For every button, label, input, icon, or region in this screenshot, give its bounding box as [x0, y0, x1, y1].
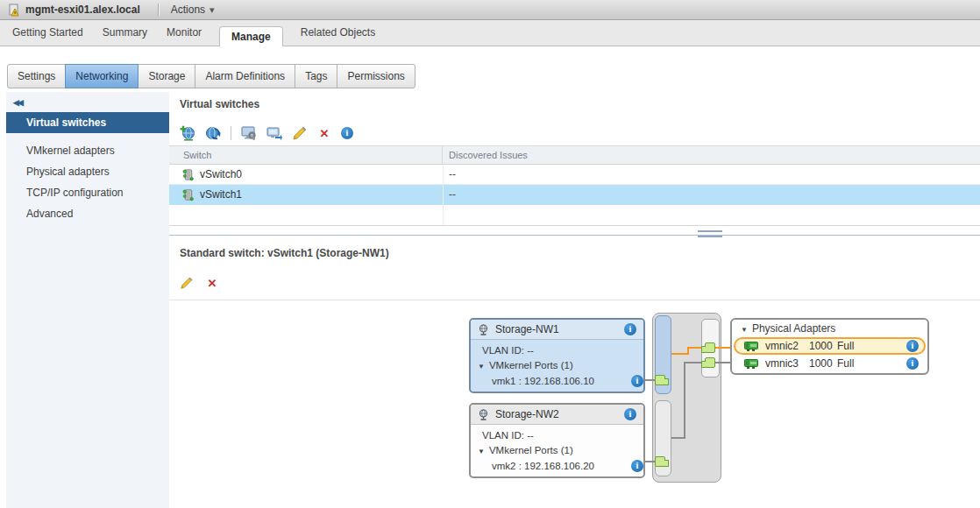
sidebar-list: Virtual switches VMkernel adapters Physi… — [6, 112, 169, 224]
virtual-switches-table: Switch Discovered Issues vSwitch0 -- — [169, 145, 980, 226]
physical-adapters-title: Physical Adapters — [752, 322, 835, 335]
sidebar-item-advanced[interactable]: Advanced — [6, 203, 169, 224]
portgroup-header: Storage-NW2 — [471, 405, 643, 425]
subtab-networking[interactable]: Networking — [65, 64, 138, 88]
vlan-id-label: VLAN ID: -- — [482, 430, 534, 441]
nic-name: vmnic3 — [765, 357, 809, 370]
nic-duplex: Full — [837, 357, 906, 370]
host-name: mgmt-esxi01.alex.local — [25, 4, 140, 16]
remove-icon[interactable] — [205, 276, 219, 290]
portgroup-storage-nw1[interactable]: Storage-NW1 VLAN ID: -- VMkernel Ports (… — [469, 318, 645, 393]
table-row-vswitch1[interactable]: vSwitch1 -- — [169, 185, 980, 205]
nic-info-icon[interactable] — [906, 340, 919, 352]
vmk-info-icon[interactable] — [631, 375, 643, 387]
chevron-down-icon — [209, 4, 215, 16]
host-warning-icon — [7, 4, 20, 17]
titlebar-divider — [158, 4, 159, 16]
vsphere-web-client: mgmt-esxi01.alex.local Actions Getting S… — [0, 0, 980, 508]
active-path-segment — [671, 353, 689, 355]
manage-physical-adapters-icon[interactable] — [241, 125, 257, 141]
tab-related-objects[interactable]: Related Objects — [299, 20, 377, 46]
vmk-info-icon[interactable] — [631, 460, 643, 472]
nic-info-icon[interactable] — [906, 357, 919, 370]
vmnic2-uplink-port-icon — [705, 342, 715, 353]
splitter-drag-handle[interactable] — [698, 230, 722, 241]
vlan-id-label: VLAN ID: -- — [482, 345, 534, 356]
tab-getting-started[interactable]: Getting Started — [11, 20, 85, 46]
vswitch-icon — [181, 188, 195, 201]
nic-speed: 1000 — [809, 340, 837, 352]
column-divider — [443, 165, 444, 225]
subtab-permissions[interactable]: Permissions — [337, 64, 415, 88]
vmkernel-ports-label: VMkernel Ports (1) — [489, 445, 573, 455]
portgroup-name: Storage-NW2 — [495, 408, 624, 420]
subtab-storage[interactable]: Storage — [138, 64, 195, 88]
tab-summary[interactable]: Summary — [101, 20, 149, 46]
remove-icon[interactable] — [317, 126, 331, 140]
portgroup-storage-nw2[interactable]: Storage-NW2 VLAN ID: -- VMkernel Ports (… — [469, 403, 645, 478]
toolbar-separator — [231, 126, 231, 140]
sidebar-item-tcpip-configuration[interactable]: TCP/IP configuration — [6, 182, 169, 203]
info-icon[interactable] — [341, 127, 353, 139]
portgroup2-connector — [644, 461, 655, 462]
nic-row-vmnic2[interactable]: vmnic2 1000 Full — [734, 337, 926, 355]
nic-duplex: Full — [837, 340, 906, 352]
portgroup-info-icon[interactable] — [624, 323, 636, 335]
actions-label: Actions — [171, 4, 205, 16]
refresh-network-icon[interactable] — [205, 125, 221, 141]
nic-row-vmnic3[interactable]: vmnic3 1000 Full — [734, 355, 926, 372]
toolbar-divider — [169, 300, 980, 300]
subtab-tags[interactable]: Tags — [295, 64, 337, 88]
sidebar-item-virtual-switches[interactable]: Virtual switches — [6, 112, 169, 133]
virtual-switches-title: Virtual switches — [180, 98, 259, 110]
actions-menu-button[interactable]: Actions — [167, 4, 218, 16]
physical-adapters-box: Physical Adapters vmnic2 1000 Full vmnic… — [730, 318, 929, 375]
standard-switch-toolbar — [180, 274, 219, 292]
edit-icon[interactable] — [292, 125, 308, 141]
column-header-switch[interactable]: Switch — [169, 146, 443, 164]
title-bar: mgmt-esxi01.alex.local Actions — [0, 0, 980, 20]
physical-adapters-header: Physical Adapters — [732, 320, 927, 337]
networking-sidebar: Virtual switches VMkernel adapters Physi… — [6, 92, 169, 508]
collapse-sidebar-icon[interactable] — [13, 95, 31, 108]
expander-icon[interactable] — [478, 445, 485, 455]
vmkernel-ports-label: VMkernel Ports (1) — [489, 360, 573, 370]
manage-subtabs-row: Settings Networking Storage Alarm Defini… — [0, 46, 980, 92]
vmk-adapter-label: vmk1 : 192.168.106.10 — [492, 376, 631, 386]
edit-icon[interactable] — [180, 276, 194, 290]
standard-switch-title: Standard switch: vSwitch1 (Storage-NW1) — [180, 247, 389, 259]
migrate-vmkernel-icon[interactable] — [266, 125, 282, 141]
table-row-vswitch0[interactable]: vSwitch0 -- — [169, 165, 980, 185]
column-header-discovered-issues[interactable]: Discovered Issues — [443, 146, 980, 164]
vmk-adapter-label: vmk2 : 192.168.106.20 — [492, 461, 631, 471]
switch-name: vSwitch1 — [200, 188, 242, 201]
portgroup1-connector — [644, 379, 655, 381]
portgroup-info-icon[interactable] — [624, 408, 636, 420]
tab-manage[interactable]: Manage — [219, 26, 283, 46]
expander-icon[interactable] — [741, 322, 748, 335]
subtab-alarm-definitions[interactable]: Alarm Definitions — [195, 64, 295, 88]
vmk1-port-icon — [655, 375, 665, 385]
sidebar-item-physical-adapters[interactable]: Physical adapters — [6, 161, 169, 182]
sidebar-item-vmkernel-adapters[interactable]: VMkernel adapters — [6, 140, 169, 161]
portgroup-icon — [478, 409, 489, 420]
portgroup-icon — [478, 324, 489, 335]
vmk2-port-icon — [655, 456, 665, 467]
tab-monitor[interactable]: Monitor — [165, 20, 203, 46]
manage-subtabs: Settings Networking Storage Alarm Defini… — [7, 64, 415, 88]
portgroup-header: Storage-NW1 — [471, 320, 643, 340]
pane-splitter — [169, 235, 980, 236]
nic-icon — [744, 359, 758, 369]
discovered-issues-value: -- — [443, 168, 980, 180]
table-header: Switch Discovered Issues — [169, 145, 980, 165]
vmnic3-uplink-port-icon — [705, 357, 715, 368]
expander-icon[interactable] — [478, 360, 485, 370]
nic-name: vmnic2 — [765, 340, 809, 352]
subtab-settings[interactable]: Settings — [7, 64, 66, 88]
vswitch-icon — [181, 168, 195, 181]
nic-speed: 1000 — [809, 357, 837, 370]
switch-name: vSwitch0 — [200, 168, 242, 180]
nic-icon — [744, 342, 758, 351]
add-networking-icon[interactable] — [180, 125, 195, 141]
discovered-issues-value: -- — [443, 188, 980, 201]
